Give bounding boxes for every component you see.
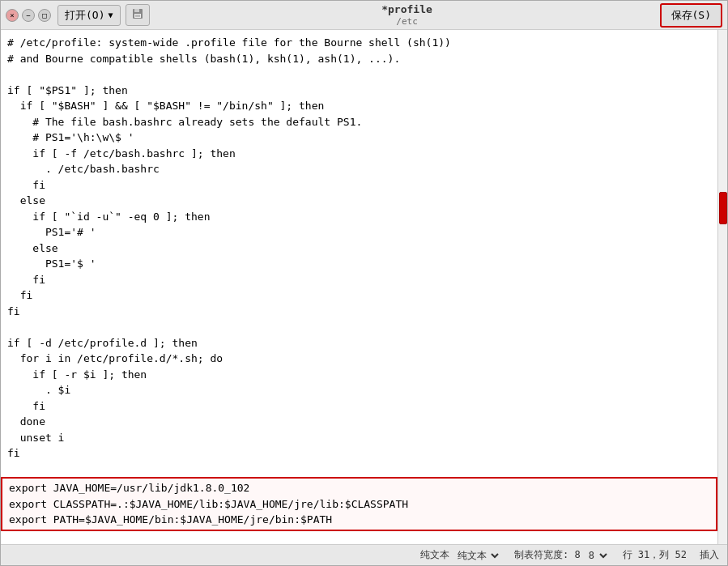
text-type-item: 纯文本 纯文本 <box>420 548 501 562</box>
code-line <box>7 462 711 478</box>
code-line: fi <box>7 445 711 462</box>
code-line: # /etc/profile: system-wide .profile fil… <box>7 35 711 51</box>
code-line: fi <box>7 304 711 320</box>
code-line: else <box>7 193 711 209</box>
save-icon-button[interactable] <box>126 4 150 26</box>
tab-width-item: 制表符宽度: 8 8 4 2 <box>514 548 610 562</box>
code-line <box>7 319 711 335</box>
titlebar: × − □ 打开(O) ▼ *profile /etc 保存(S) <box>1 1 727 30</box>
code-line: # The file bash.bashrc already sets the … <box>7 114 711 130</box>
save-button[interactable]: 保存(S) <box>660 3 722 28</box>
code-line: if [ -r $i ]; then <box>7 367 711 383</box>
title-center: *profile /etc <box>155 3 660 27</box>
code-line: if [ "`id -u`" -eq 0 ]; then <box>7 209 711 225</box>
code-line: if [ -d /etc/profile.d ]; then <box>7 335 711 351</box>
file-title: *profile <box>381 3 432 15</box>
tab-width-label: 制表符宽度: 8 <box>514 548 581 562</box>
code-line: fi <box>7 398 711 415</box>
minimize-button[interactable]: − <box>22 9 35 22</box>
open-label: 打开(O) <box>65 8 104 23</box>
code-line: # and Bourne compatible shells (bash(1),… <box>7 51 711 67</box>
code-line: export CLASSPATH=.:$JAVA_HOME/lib:$JAVA_… <box>9 496 709 513</box>
text-type-label: 纯文本 <box>420 548 449 562</box>
code-line: done <box>7 414 711 430</box>
file-path: /etc <box>155 16 660 27</box>
text-type-dropdown[interactable]: 纯文本 <box>453 549 501 562</box>
scrollbar-thumb[interactable] <box>719 192 727 224</box>
svg-rect-3 <box>135 15 140 17</box>
code-line: fi <box>7 287 711 304</box>
code-line: if [ "$PS1" ]; then <box>7 83 711 99</box>
editor-area: # /etc/profile: system-wide .profile fil… <box>1 30 727 544</box>
code-line: export PATH=$JAVA_HOME/bin:$JAVA_HOME/jr… <box>9 512 709 528</box>
insert-mode-label: 插入 <box>700 548 719 562</box>
code-line: else <box>7 240 711 257</box>
highlight-section: export JAVA_HOME=/usr/lib/jdk1.8.0_102ex… <box>1 477 717 531</box>
main-window: × − □ 打开(O) ▼ *profile /etc 保存(S) # /etc… <box>0 0 728 566</box>
code-line <box>7 66 711 83</box>
open-arrow: ▼ <box>108 11 113 19</box>
cursor-position: 行 31，列 52 <box>623 548 687 562</box>
code-editor[interactable]: # /etc/profile: system-wide .profile fil… <box>1 30 717 544</box>
window-controls: × − □ <box>6 9 51 22</box>
code-line: unset i <box>7 430 711 446</box>
maximize-button[interactable]: □ <box>38 9 51 22</box>
position-label: 行 31，列 52 <box>623 548 687 562</box>
code-line: if [ -f /etc/bash.bashrc ]; then <box>7 146 711 162</box>
open-button[interactable]: 打开(O) ▼ <box>57 5 121 26</box>
save-disk-icon <box>131 7 144 20</box>
code-line: for i in /etc/profile.d/*.sh; do <box>7 351 711 367</box>
statusbar: 纯文本 纯文本 制表符宽度: 8 8 4 2 行 31，列 52 插入 <box>1 544 727 565</box>
svg-rect-1 <box>134 9 139 12</box>
code-line: fi <box>7 272 711 288</box>
close-button[interactable]: × <box>6 9 19 22</box>
vertical-scrollbar[interactable] <box>717 30 727 544</box>
code-line: fi <box>7 177 711 194</box>
code-line: if [ "$BASH" ] && [ "$BASH" != "/bin/sh"… <box>7 98 711 114</box>
code-line: . $i <box>7 382 711 398</box>
code-line: # PS1='\h:\w\$ ' <box>7 130 711 146</box>
code-line: PS1='$ ' <box>7 256 711 272</box>
code-line: PS1='# ' <box>7 224 711 240</box>
tab-width-dropdown[interactable]: 8 4 2 <box>584 549 610 562</box>
insert-mode-item: 插入 <box>700 548 719 562</box>
code-line: export JAVA_HOME=/usr/lib/jdk1.8.0_102 <box>9 480 709 496</box>
code-line: . /etc/bash.bashrc <box>7 161 711 177</box>
